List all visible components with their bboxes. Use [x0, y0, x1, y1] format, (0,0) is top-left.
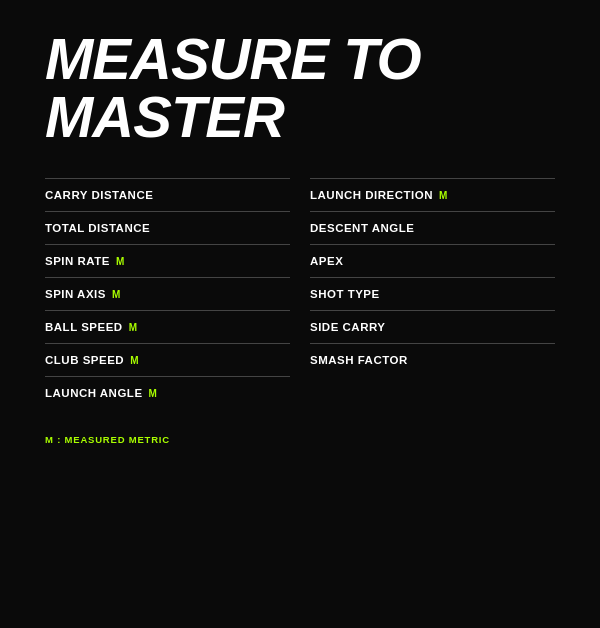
list-item: DESCENT ANGLE [310, 211, 555, 244]
metric-badge: M [116, 256, 125, 267]
right-column: LAUNCH DIRECTIONMDESCENT ANGLEAPEXSHOT T… [310, 178, 555, 409]
metric-badge: M [149, 388, 158, 399]
metric-label: CARRY DISTANCE [45, 189, 153, 201]
list-item: BALL SPEEDM [45, 310, 290, 343]
page-title: MEASURE TO MASTER [45, 30, 555, 146]
metric-label: BALL SPEED [45, 321, 123, 333]
page-wrapper: MEASURE TO MASTER CARRY DISTANCETOTAL DI… [0, 0, 600, 628]
list-item: CARRY DISTANCE [45, 178, 290, 211]
metric-badge: M [112, 289, 121, 300]
list-item: LAUNCH DIRECTIONM [310, 178, 555, 211]
metric-label: TOTAL DISTANCE [45, 222, 150, 234]
metric-label: CLUB SPEED [45, 354, 124, 366]
list-item: APEX [310, 244, 555, 277]
list-item: SHOT TYPE [310, 277, 555, 310]
list-item: TOTAL DISTANCE [45, 211, 290, 244]
metric-label: SIDE CARRY [310, 321, 386, 333]
footnote-section: M : MEASURED METRIC [45, 425, 555, 447]
metric-badge: M [439, 190, 448, 201]
list-item: SPIN RATEM [45, 244, 290, 277]
metric-label: SPIN RATE [45, 255, 110, 267]
left-column: CARRY DISTANCETOTAL DISTANCESPIN RATEMSP… [45, 178, 290, 409]
metric-badge: M [130, 355, 139, 366]
metric-label: APEX [310, 255, 343, 267]
metric-label: SHOT TYPE [310, 288, 380, 300]
metric-badge: M [129, 322, 138, 333]
metric-label: LAUNCH ANGLE [45, 387, 143, 399]
list-item: CLUB SPEEDM [45, 343, 290, 376]
list-item: SIDE CARRY [310, 310, 555, 343]
metric-label: LAUNCH DIRECTION [310, 189, 433, 201]
footnote-text: M : MEASURED METRIC [45, 434, 170, 445]
metric-label: SPIN AXIS [45, 288, 106, 300]
list-item: LAUNCH ANGLEM [45, 376, 290, 409]
list-item: SMASH FACTOR [310, 343, 555, 376]
metric-label: SMASH FACTOR [310, 354, 408, 366]
metrics-section: CARRY DISTANCETOTAL DISTANCESPIN RATEMSP… [45, 178, 555, 409]
list-item: SPIN AXISM [45, 277, 290, 310]
metric-label: DESCENT ANGLE [310, 222, 414, 234]
